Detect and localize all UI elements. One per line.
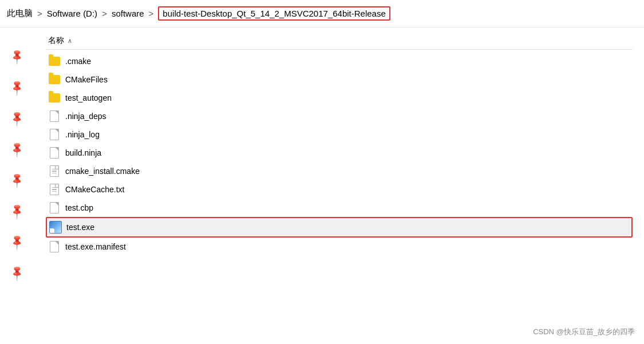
file-name-label: CMakeCache.txt xyxy=(65,185,124,194)
file-row[interactable]: .cmake xyxy=(46,52,633,70)
file-icon xyxy=(48,165,61,177)
pins-column: 📌 📌 📌 📌 📌 📌 📌 📌 xyxy=(0,27,34,344)
file-row[interactable]: .ninja_log xyxy=(46,125,633,144)
file-name-label: test.cbp xyxy=(65,203,93,212)
file-name-label: CMakeFiles xyxy=(65,75,108,84)
breadcrumb-sep-1: > xyxy=(37,9,42,18)
file-icon xyxy=(48,92,61,104)
pin-icon-7[interactable]: 📌 xyxy=(8,233,26,251)
file-row[interactable]: build.ninja xyxy=(46,144,633,162)
breadcrumb-bar: 此电脑 > Software (D:) > software > build-t… xyxy=(0,0,644,27)
file-icon xyxy=(48,55,61,68)
file-name-label: test.exe.manifest xyxy=(65,242,126,251)
file-white-icon xyxy=(50,241,59,252)
file-icon xyxy=(48,147,61,159)
file-row[interactable]: .ninja_deps xyxy=(46,107,633,125)
file-lines-icon xyxy=(50,165,59,177)
column-header-label: 名称 xyxy=(48,35,64,46)
file-name-label: test_autogen xyxy=(65,93,112,102)
pin-icon-6[interactable]: 📌 xyxy=(8,202,26,220)
breadcrumb-software-d[interactable]: Software (D:) xyxy=(47,9,97,18)
file-name-label: cmake_install.cmake xyxy=(65,167,140,176)
file-name-label: .ninja_deps xyxy=(65,112,106,121)
file-row[interactable]: test_autogen xyxy=(46,89,633,107)
pin-icon-3[interactable]: 📌 xyxy=(8,109,26,127)
breadcrumb-build-folder[interactable]: build-test-Desktop_Qt_5_14_2_MSVC2017_64… xyxy=(158,6,390,21)
pin-icon-8[interactable]: 📌 xyxy=(8,264,26,282)
file-white-icon xyxy=(50,129,59,140)
file-row[interactable]: CMakeFiles xyxy=(46,70,633,89)
file-icon xyxy=(48,240,61,253)
file-icon xyxy=(48,110,61,122)
exe-icon xyxy=(49,221,62,234)
pin-icon-2[interactable]: 📌 xyxy=(8,78,26,96)
folder-icon xyxy=(49,93,60,102)
file-icon xyxy=(49,221,62,234)
file-name-label: .ninja_log xyxy=(65,130,100,139)
file-list-area: 名称 ∧ .cmakeCMakeFilestest_autogen.ninja_… xyxy=(34,27,644,344)
column-header-name[interactable]: 名称 ∧ xyxy=(46,32,633,50)
breadcrumb-sep-3: > xyxy=(149,9,154,18)
sort-arrow-icon: ∧ xyxy=(68,37,72,45)
file-rows-container: .cmakeCMakeFilestest_autogen.ninja_deps.… xyxy=(46,52,633,256)
file-icon xyxy=(48,128,61,141)
file-icon xyxy=(48,201,61,214)
folder-icon xyxy=(49,75,60,84)
file-name-label: build.ninja xyxy=(65,148,101,157)
file-name-label: test.exe xyxy=(66,223,94,232)
file-name-label: .cmake xyxy=(65,57,91,66)
file-row[interactable]: test.exe.manifest xyxy=(46,238,633,256)
main-content: 📌 📌 📌 📌 📌 📌 📌 📌 名称 ∧ .cmakeCMakeFilestes… xyxy=(0,27,644,344)
file-icon xyxy=(48,73,61,86)
file-icon xyxy=(48,183,61,196)
pin-icon-1[interactable]: 📌 xyxy=(8,48,26,65)
file-row[interactable]: CMakeCache.txt xyxy=(46,180,633,199)
file-lines-icon xyxy=(50,184,59,195)
file-white-icon xyxy=(50,110,59,122)
breadcrumb-this-pc[interactable]: 此电脑 xyxy=(7,8,33,19)
file-white-icon xyxy=(50,202,59,213)
breadcrumb-sep-2: > xyxy=(102,9,107,18)
file-white-icon xyxy=(50,147,59,159)
pin-icon-4[interactable]: 📌 xyxy=(8,140,26,158)
breadcrumb-software[interactable]: software xyxy=(112,9,144,18)
watermark: CSDN @快乐豆苗_故乡的四季 xyxy=(533,327,635,337)
file-row[interactable]: cmake_install.cmake xyxy=(46,162,633,180)
file-row[interactable]: test.exe xyxy=(46,217,633,238)
pin-icon-5[interactable]: 📌 xyxy=(8,171,26,189)
folder-icon xyxy=(49,57,60,66)
file-row[interactable]: test.cbp xyxy=(46,199,633,217)
